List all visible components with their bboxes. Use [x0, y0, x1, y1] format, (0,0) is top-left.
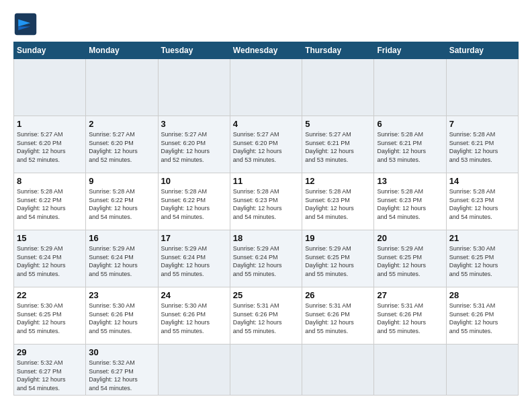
day-number: 26 — [305, 290, 371, 300]
calendar-day-cell: 20Sunrise: 5:29 AM Sunset: 6:25 PM Dayli… — [374, 230, 446, 287]
day-info: Sunrise: 5:30 AM Sunset: 6:26 PM Dayligh… — [89, 302, 154, 335]
calendar-day-cell: 8Sunrise: 5:28 AM Sunset: 6:22 PM Daylig… — [14, 173, 86, 230]
calendar-day-cell: 24Sunrise: 5:30 AM Sunset: 6:26 PM Dayli… — [158, 287, 230, 345]
day-number: 23 — [89, 290, 154, 300]
empty-cell — [230, 345, 302, 396]
calendar-day-cell: 23Sunrise: 5:30 AM Sunset: 6:26 PM Dayli… — [86, 287, 158, 345]
day-info: Sunrise: 5:29 AM Sunset: 6:25 PM Dayligh… — [305, 244, 371, 278]
day-number: 16 — [89, 233, 154, 243]
day-number: 24 — [161, 290, 227, 300]
empty-cell — [230, 59, 302, 116]
calendar: SundayMondayTuesdayWednesdayThursdayFrid… — [13, 42, 519, 396]
calendar-day-cell: 21Sunrise: 5:30 AM Sunset: 6:25 PM Dayli… — [446, 230, 518, 287]
day-number: 8 — [17, 176, 83, 186]
calendar-day-cell: 12Sunrise: 5:28 AM Sunset: 6:23 PM Dayli… — [302, 173, 374, 230]
empty-cell — [158, 59, 230, 116]
empty-cell — [158, 345, 230, 396]
calendar-day-cell: 19Sunrise: 5:29 AM Sunset: 6:25 PM Dayli… — [302, 230, 374, 287]
weekday-header-friday: Friday — [374, 42, 446, 59]
calendar-day-cell: 7Sunrise: 5:28 AM Sunset: 6:21 PM Daylig… — [446, 116, 518, 173]
calendar-day-cell: 16Sunrise: 5:29 AM Sunset: 6:24 PM Dayli… — [86, 230, 158, 287]
day-info: Sunrise: 5:32 AM Sunset: 6:27 PM Dayligh… — [17, 359, 83, 392]
calendar-day-cell: 3Sunrise: 5:27 AM Sunset: 6:20 PM Daylig… — [158, 116, 230, 173]
calendar-day-cell: 6Sunrise: 5:28 AM Sunset: 6:21 PM Daylig… — [374, 116, 446, 173]
calendar-day-cell: 15Sunrise: 5:29 AM Sunset: 6:24 PM Dayli… — [14, 230, 86, 287]
calendar-day-cell: 22Sunrise: 5:30 AM Sunset: 6:25 PM Dayli… — [14, 287, 86, 345]
day-info: Sunrise: 5:28 AM Sunset: 6:23 PM Dayligh… — [377, 187, 443, 221]
day-number: 10 — [161, 176, 227, 186]
day-number: 14 — [449, 176, 515, 186]
day-info: Sunrise: 5:29 AM Sunset: 6:24 PM Dayligh… — [233, 244, 299, 278]
day-info: Sunrise: 5:28 AM Sunset: 6:22 PM Dayligh… — [17, 187, 83, 221]
calendar-day-cell: 17Sunrise: 5:29 AM Sunset: 6:24 PM Dayli… — [158, 230, 230, 287]
logo — [13, 12, 40, 36]
day-info: Sunrise: 5:29 AM Sunset: 6:24 PM Dayligh… — [17, 244, 83, 278]
day-info: Sunrise: 5:28 AM Sunset: 6:23 PM Dayligh… — [305, 187, 371, 221]
day-info: Sunrise: 5:29 AM Sunset: 6:24 PM Dayligh… — [161, 244, 227, 278]
day-info: Sunrise: 5:31 AM Sunset: 6:26 PM Dayligh… — [449, 302, 515, 335]
calendar-week-row: 8Sunrise: 5:28 AM Sunset: 6:22 PM Daylig… — [14, 173, 519, 230]
day-number: 25 — [233, 290, 299, 300]
empty-cell — [302, 345, 374, 396]
calendar-day-cell: 13Sunrise: 5:28 AM Sunset: 6:23 PM Dayli… — [374, 173, 446, 230]
day-info: Sunrise: 5:29 AM Sunset: 6:25 PM Dayligh… — [377, 244, 443, 278]
empty-cell — [446, 59, 518, 116]
calendar-day-cell: 30Sunrise: 5:32 AM Sunset: 6:27 PM Dayli… — [86, 345, 158, 396]
calendar-day-cell: 27Sunrise: 5:31 AM Sunset: 6:26 PM Dayli… — [374, 287, 446, 345]
calendar-day-cell: 18Sunrise: 5:29 AM Sunset: 6:24 PM Dayli… — [230, 230, 302, 287]
day-number: 12 — [305, 176, 371, 186]
calendar-header-row: SundayMondayTuesdayWednesdayThursdayFrid… — [14, 42, 519, 59]
empty-cell — [14, 59, 86, 116]
calendar-day-cell: 9Sunrise: 5:28 AM Sunset: 6:22 PM Daylig… — [86, 173, 158, 230]
calendar-day-cell: 10Sunrise: 5:28 AM Sunset: 6:22 PM Dayli… — [158, 173, 230, 230]
empty-cell — [374, 345, 446, 396]
day-number: 3 — [161, 119, 227, 129]
day-info: Sunrise: 5:32 AM Sunset: 6:27 PM Dayligh… — [89, 359, 154, 392]
day-info: Sunrise: 5:27 AM Sunset: 6:20 PM Dayligh… — [89, 130, 154, 164]
weekday-header-sunday: Sunday — [14, 42, 86, 59]
day-info: Sunrise: 5:29 AM Sunset: 6:24 PM Dayligh… — [89, 244, 154, 278]
day-number: 5 — [305, 119, 371, 129]
day-info: Sunrise: 5:31 AM Sunset: 6:26 PM Dayligh… — [233, 302, 299, 335]
logo-icon — [13, 12, 38, 36]
day-number: 28 — [449, 290, 515, 300]
calendar-day-cell: 28Sunrise: 5:31 AM Sunset: 6:26 PM Dayli… — [446, 287, 518, 345]
day-info: Sunrise: 5:28 AM Sunset: 6:23 PM Dayligh… — [233, 187, 299, 221]
weekday-header-wednesday: Wednesday — [230, 42, 302, 59]
calendar-day-cell: 5Sunrise: 5:27 AM Sunset: 6:21 PM Daylig… — [302, 116, 374, 173]
header — [13, 12, 519, 36]
day-number: 22 — [17, 290, 83, 300]
empty-cell — [86, 59, 158, 116]
day-number: 13 — [377, 176, 443, 186]
calendar-day-cell: 1Sunrise: 5:27 AM Sunset: 6:20 PM Daylig… — [14, 116, 86, 173]
day-number: 15 — [17, 233, 83, 243]
page: SundayMondayTuesdayWednesdayThursdayFrid… — [0, 0, 532, 411]
day-number: 19 — [305, 233, 371, 243]
calendar-day-cell: 26Sunrise: 5:31 AM Sunset: 6:26 PM Dayli… — [302, 287, 374, 345]
weekday-header-saturday: Saturday — [446, 42, 518, 59]
calendar-week-row: 15Sunrise: 5:29 AM Sunset: 6:24 PM Dayli… — [14, 230, 519, 287]
weekday-header-monday: Monday — [86, 42, 158, 59]
calendar-day-cell: 25Sunrise: 5:31 AM Sunset: 6:26 PM Dayli… — [230, 287, 302, 345]
day-info: Sunrise: 5:28 AM Sunset: 6:23 PM Dayligh… — [449, 187, 515, 221]
empty-cell — [302, 59, 374, 116]
weekday-header-tuesday: Tuesday — [158, 42, 230, 59]
day-number: 4 — [233, 119, 299, 129]
calendar-week-row: 29Sunrise: 5:32 AM Sunset: 6:27 PM Dayli… — [14, 345, 519, 396]
day-info: Sunrise: 5:31 AM Sunset: 6:26 PM Dayligh… — [305, 302, 371, 335]
day-number: 2 — [89, 119, 154, 129]
calendar-day-cell: 4Sunrise: 5:27 AM Sunset: 6:20 PM Daylig… — [230, 116, 302, 173]
day-number: 21 — [449, 233, 515, 243]
day-info: Sunrise: 5:28 AM Sunset: 6:21 PM Dayligh… — [449, 130, 515, 164]
day-number: 9 — [89, 176, 154, 186]
day-number: 6 — [377, 119, 443, 129]
empty-cell — [374, 59, 446, 116]
day-number: 29 — [17, 347, 83, 357]
calendar-day-cell: 2Sunrise: 5:27 AM Sunset: 6:20 PM Daylig… — [86, 116, 158, 173]
day-info: Sunrise: 5:28 AM Sunset: 6:22 PM Dayligh… — [161, 187, 227, 221]
day-info: Sunrise: 5:27 AM Sunset: 6:21 PM Dayligh… — [305, 130, 371, 164]
day-number: 20 — [377, 233, 443, 243]
day-info: Sunrise: 5:27 AM Sunset: 6:20 PM Dayligh… — [17, 130, 83, 164]
day-info: Sunrise: 5:30 AM Sunset: 6:25 PM Dayligh… — [17, 302, 83, 335]
day-number: 7 — [449, 119, 515, 129]
